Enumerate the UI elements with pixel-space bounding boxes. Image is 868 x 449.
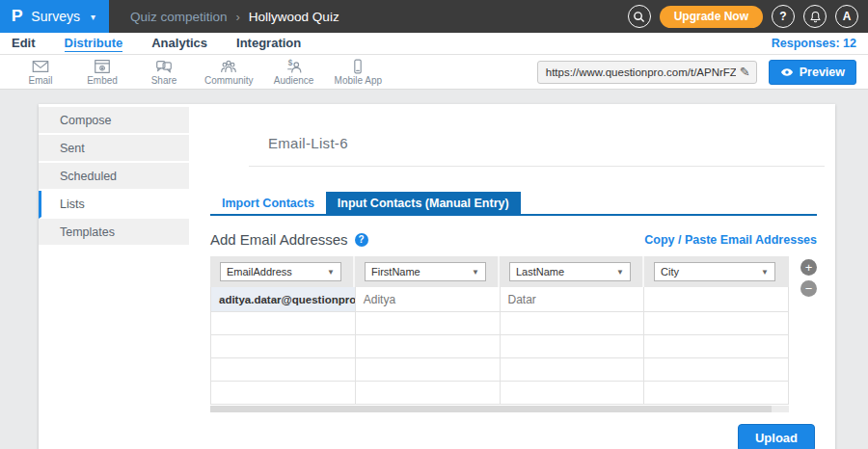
- chevron-down-icon: ▾: [91, 12, 95, 22]
- cell-firstname[interactable]: [356, 382, 501, 405]
- upgrade-now-button[interactable]: Upgrade Now: [660, 6, 763, 28]
- search-icon: [633, 11, 645, 23]
- tool-share[interactable]: Share: [143, 58, 185, 86]
- header-cell: EmailAddress ▼: [210, 256, 355, 287]
- column-select-firstname[interactable]: FirstName ▼: [365, 262, 486, 281]
- cell-email[interactable]: [211, 382, 356, 405]
- cell-email[interactable]: [211, 358, 356, 382]
- chevron-down-icon: ▼: [472, 268, 479, 277]
- header-cell: FirstName ▼: [355, 256, 500, 287]
- sidebar-item-templates[interactable]: Templates: [39, 219, 189, 247]
- survey-url-value[interactable]: https://www.questionpro.com/t/APNrFZ: [546, 66, 736, 78]
- nav-item-distribute[interactable]: Distribute: [65, 36, 123, 52]
- search-button[interactable]: [628, 5, 651, 28]
- cell-email[interactable]: [211, 312, 356, 335]
- table-row: aditya.datar@questionpro.com Aditya Data…: [211, 287, 789, 312]
- eye-icon: [780, 67, 794, 77]
- title-divider: [249, 166, 825, 167]
- tool-label: Audience: [274, 75, 314, 86]
- cell-city[interactable]: [644, 358, 789, 382]
- audience-icon: $: [285, 58, 304, 75]
- help-tooltip-icon[interactable]: ?: [355, 233, 368, 247]
- cell-lastname[interactable]: [501, 358, 645, 382]
- cell-firstname[interactable]: [356, 358, 501, 382]
- tool-label: Embed: [87, 75, 118, 86]
- cell-lastname[interactable]: [501, 382, 645, 405]
- responses-count[interactable]: Responses: 12: [772, 37, 856, 50]
- sidebar-item-compose[interactable]: Compose: [39, 107, 189, 135]
- chevron-down-icon: ▼: [761, 268, 769, 277]
- breadcrumb-separator: ›: [236, 10, 240, 24]
- cell-lastname[interactable]: [501, 335, 645, 358]
- copy-paste-link[interactable]: Copy / Paste Email Addresses: [644, 233, 817, 247]
- nav-item-integration[interactable]: Integration: [236, 36, 301, 51]
- sidebar-item-scheduled[interactable]: Scheduled: [39, 163, 189, 191]
- mobile-app-icon: [348, 58, 367, 75]
- cell-email[interactable]: [211, 335, 356, 358]
- header-cell: City ▼: [644, 256, 789, 287]
- tool-mobile-app[interactable]: Mobile App: [335, 58, 382, 86]
- horizontal-scrollbar[interactable]: [210, 406, 789, 412]
- table-row: [211, 358, 789, 382]
- add-row-button[interactable]: +: [800, 259, 817, 276]
- tool-label: Community: [204, 75, 254, 86]
- cell-firstname[interactable]: Aditya: [356, 287, 501, 312]
- cell-city[interactable]: [644, 287, 789, 312]
- cell-firstname[interactable]: [356, 335, 501, 358]
- contacts-tabs: Import Contacts Input Contacts (Manual E…: [210, 192, 817, 216]
- tool-audience[interactable]: $ Audience: [273, 58, 315, 86]
- section-title: Add Email Addresses: [210, 231, 348, 248]
- cell-lastname[interactable]: [501, 312, 645, 335]
- page-background: Compose Sent Scheduled Lists Templates E…: [0, 90, 868, 449]
- survey-nav: Edit Distribute Analytics Integration Re…: [0, 33, 868, 55]
- column-select-email[interactable]: EmailAddress ▼: [220, 262, 341, 281]
- questionpro-logo: P: [12, 7, 23, 26]
- share-icon: [154, 58, 174, 75]
- help-button[interactable]: ?: [772, 5, 795, 28]
- chevron-down-icon: ▼: [616, 268, 624, 277]
- email-icon: [31, 58, 50, 75]
- breadcrumb: Quiz competition › Hollywood Quiz: [130, 10, 339, 24]
- cell-lastname[interactable]: Datar: [501, 287, 645, 312]
- notifications-button[interactable]: [803, 5, 827, 28]
- breadcrumb-parent[interactable]: Quiz competition: [130, 10, 228, 24]
- email-panel: Compose Sent Scheduled Lists Templates E…: [39, 104, 835, 449]
- tool-label: Mobile App: [335, 75, 382, 86]
- email-sidebar: Compose Sent Scheduled Lists Templates: [39, 104, 189, 449]
- edit-url-icon[interactable]: ✎: [740, 65, 750, 79]
- remove-row-button[interactable]: −: [800, 280, 817, 297]
- nav-item-analytics[interactable]: Analytics: [151, 36, 207, 51]
- column-select-lastname[interactable]: LastName ▼: [509, 262, 631, 281]
- row-controls: + −: [800, 256, 817, 412]
- channel-tools: Email Embed Share: [19, 58, 382, 86]
- upload-button[interactable]: Upload: [738, 424, 815, 449]
- header-actions: Upgrade Now ? A: [628, 5, 868, 28]
- sidebar-item-lists[interactable]: Lists: [39, 191, 189, 219]
- scrollbar-thumb[interactable]: [210, 406, 772, 412]
- table-row: [211, 382, 789, 405]
- chevron-down-icon: ▼: [327, 268, 335, 277]
- bell-icon: [809, 11, 822, 23]
- list-content: Email-List-6 Import Contacts Input Conta…: [189, 104, 844, 449]
- cell-firstname[interactable]: [356, 312, 501, 335]
- survey-url-field[interactable]: https://www.questionpro.com/t/APNrFZ ✎: [537, 61, 757, 84]
- embed-icon: [93, 58, 112, 75]
- product-switcher[interactable]: P Surveys ▾: [0, 0, 109, 33]
- cell-email[interactable]: aditya.datar@questionpro.com: [211, 287, 356, 312]
- column-select-city[interactable]: City ▼: [654, 262, 775, 281]
- avatar[interactable]: A: [835, 5, 858, 28]
- cell-city[interactable]: [644, 382, 789, 405]
- tab-import-contacts[interactable]: Import Contacts: [210, 192, 326, 214]
- nav-item-edit[interactable]: Edit: [12, 36, 36, 51]
- tab-input-contacts-manual[interactable]: Input Contacts (Manual Entry): [326, 192, 521, 214]
- preview-button[interactable]: Preview: [769, 60, 856, 85]
- svg-text:$: $: [287, 59, 292, 67]
- cell-city[interactable]: [644, 312, 789, 335]
- tool-email[interactable]: Email: [19, 58, 62, 86]
- tool-community[interactable]: Community: [204, 58, 254, 86]
- tool-embed[interactable]: Embed: [81, 58, 123, 86]
- cell-city[interactable]: [644, 335, 789, 358]
- table-row: [211, 312, 789, 335]
- tool-label: Email: [28, 75, 52, 86]
- sidebar-item-sent[interactable]: Sent: [39, 135, 189, 163]
